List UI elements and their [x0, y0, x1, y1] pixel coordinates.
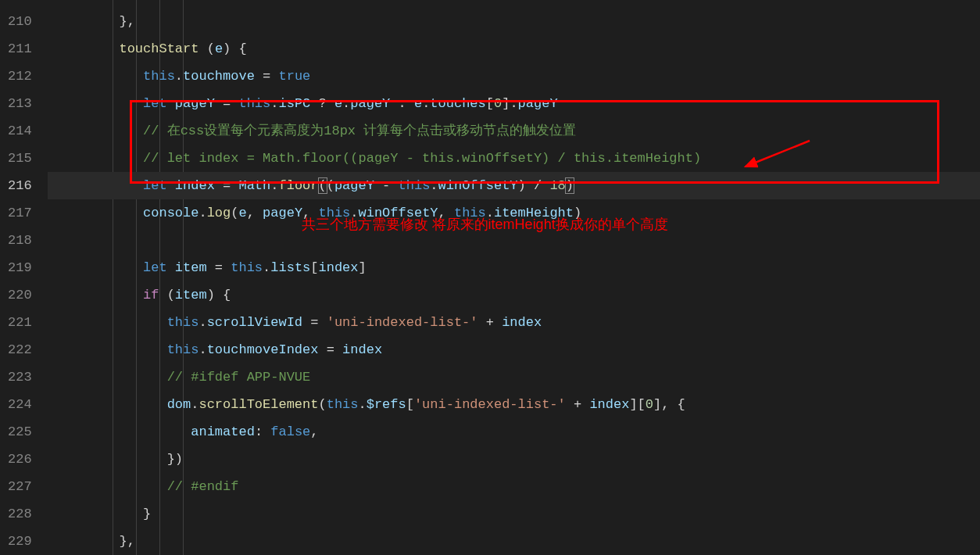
line-number-gutter: 2102112122132142152162172182192202212222… — [0, 0, 48, 555]
line-number: 226 — [8, 446, 32, 473]
code-line[interactable]: console.log(e, pageY, this.winOffsetY, t… — [48, 199, 980, 227]
line-number: 213 — [8, 90, 32, 117]
code-line[interactable]: dom.scrollToElement(this.$refs['uni-inde… — [48, 391, 980, 418]
code-editor[interactable]: 2102112122132142152162172182192202212222… — [0, 0, 980, 555]
code-line[interactable]: let item = this.lists[index] — [48, 254, 980, 281]
line-number: 222 — [8, 336, 32, 363]
code-area[interactable]: 共三个地方需要修改 将原来的itemHeight换成你的单个高度 }, touc… — [48, 0, 980, 555]
line-number: 221 — [8, 309, 32, 336]
line-number: 214 — [8, 117, 32, 145]
code-line[interactable]: let index = Math.floor((pageY - this.win… — [48, 172, 980, 199]
line-number: 217 — [8, 199, 32, 227]
code-line[interactable]: }) — [48, 446, 980, 473]
scrollbar[interactable] — [969, 0, 980, 555]
line-number: 216 — [8, 172, 32, 199]
line-number: 228 — [8, 500, 32, 528]
code-line[interactable]: // #ifdef APP-NVUE — [48, 363, 980, 391]
line-number: 225 — [8, 418, 32, 446]
line-number: 215 — [8, 145, 32, 172]
line-number: 224 — [8, 391, 32, 418]
line-number: 229 — [8, 528, 32, 555]
code-line[interactable] — [48, 227, 980, 254]
code-line[interactable]: this.touchmove = true — [48, 63, 980, 90]
code-line[interactable]: }, — [48, 8, 980, 35]
code-line[interactable]: } — [48, 500, 980, 528]
code-line[interactable]: animated: false, — [48, 418, 980, 446]
line-number: 223 — [8, 363, 32, 391]
code-line[interactable]: }, — [48, 528, 980, 555]
line-number: 212 — [8, 63, 32, 90]
code-line[interactable]: let pageY = this.isPC ? e.pageY : e.touc… — [48, 90, 980, 117]
line-number: 218 — [8, 227, 32, 254]
code-line[interactable]: this.scrollViewId = 'uni-indexed-list-' … — [48, 309, 980, 336]
line-number: 227 — [8, 473, 32, 500]
code-line[interactable]: // #endif — [48, 473, 980, 500]
code-line[interactable]: // 在css设置每个元素高度为18px 计算每个点击或移动节点的触发位置 — [48, 117, 980, 145]
code-line[interactable]: if (item) { — [48, 281, 980, 309]
code-line[interactable]: // let index = Math.floor((pageY - this.… — [48, 145, 980, 172]
code-line[interactable]: touchStart (e) { — [48, 35, 980, 63]
code-line[interactable]: this.touchmoveIndex = index — [48, 336, 980, 363]
line-number: 219 — [8, 254, 32, 281]
line-number: 220 — [8, 281, 32, 309]
line-number: 210 — [8, 8, 32, 35]
line-number: 211 — [8, 35, 32, 63]
